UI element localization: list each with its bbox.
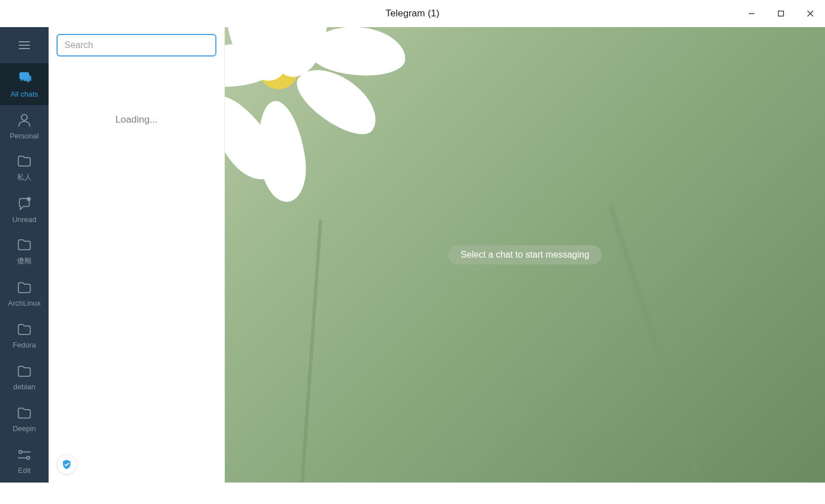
content-row: All chats Personal 私人 <box>0 27 825 483</box>
close-icon <box>807 10 814 17</box>
loading-text: Loading... <box>49 114 224 125</box>
verified-badge[interactable] <box>57 454 77 475</box>
sidebar-item-label: All chats <box>10 90 38 98</box>
svg-point-7 <box>21 114 28 120</box>
sidebar-item-label: ArchLinux <box>8 299 41 307</box>
sidebar-item-label: debian <box>13 383 35 391</box>
bottom-padding <box>0 483 825 504</box>
folder-icon <box>16 153 32 169</box>
titlebar: Telegram (1) <box>0 0 825 27</box>
svg-rect-1 <box>779 11 784 16</box>
sidebar-item-private[interactable]: 私人 <box>0 147 49 189</box>
search-input[interactable] <box>57 34 216 57</box>
sidebar-item-shadiao[interactable]: 傻雕 <box>0 231 49 272</box>
sidebar-item-label: Deepin <box>12 424 36 433</box>
minimize-icon <box>748 10 755 17</box>
window-title: Telegram (1) <box>385 8 439 19</box>
sidebar-item-edit[interactable]: Edit <box>0 440 49 481</box>
sidebar-item-archlinux[interactable]: ArchLinux <box>0 272 49 314</box>
sidebar-item-label: Fedora <box>12 341 36 349</box>
sidebar-item-debian[interactable]: debian <box>0 356 49 398</box>
chat-list-panel: Loading... <box>49 27 225 483</box>
sidebar-item-personal[interactable]: Personal <box>0 105 49 147</box>
sidebar-item-label: 私人 <box>17 172 32 183</box>
unread-icon <box>16 196 32 212</box>
folder-icon <box>16 237 32 253</box>
sidebar-item-all-chats[interactable]: All chats <box>0 63 49 105</box>
maximize-icon <box>778 10 784 17</box>
folder-icon <box>16 405 32 421</box>
sidebar-item-unread[interactable]: Unread <box>0 189 49 231</box>
shield-check-icon <box>61 459 72 470</box>
sidebar-item-deepin[interactable]: Deepin <box>0 398 49 440</box>
close-button[interactable] <box>796 0 825 27</box>
chats-icon <box>16 71 32 86</box>
sidebar-item-label: 傻雕 <box>17 256 32 266</box>
app-window: Telegram (1) All chats <box>0 0 825 504</box>
sidebar-item-label: Personal <box>10 132 38 140</box>
minimize-button[interactable] <box>737 0 766 27</box>
edit-icon <box>16 447 32 463</box>
search-wrap <box>49 27 224 63</box>
sidebar-item-label: Unread <box>12 215 37 224</box>
person-icon <box>16 112 32 128</box>
maximize-button[interactable] <box>766 0 796 27</box>
folder-icon <box>16 321 32 337</box>
chat-area: Select a chat to start messaging <box>225 27 825 483</box>
sidebar-item-label: Edit <box>18 466 31 475</box>
folder-icon <box>16 280 32 296</box>
folder-icon <box>16 363 32 379</box>
sidebar-item-fedora[interactable]: Fedora <box>0 314 49 356</box>
empty-state-prompt: Select a chat to start messaging <box>448 245 602 264</box>
titlebar-controls <box>737 0 825 27</box>
menu-button[interactable] <box>0 27 49 63</box>
svg-point-8 <box>27 197 31 201</box>
hamburger-icon <box>18 38 31 52</box>
folder-sidebar: All chats Personal 私人 <box>0 27 49 483</box>
